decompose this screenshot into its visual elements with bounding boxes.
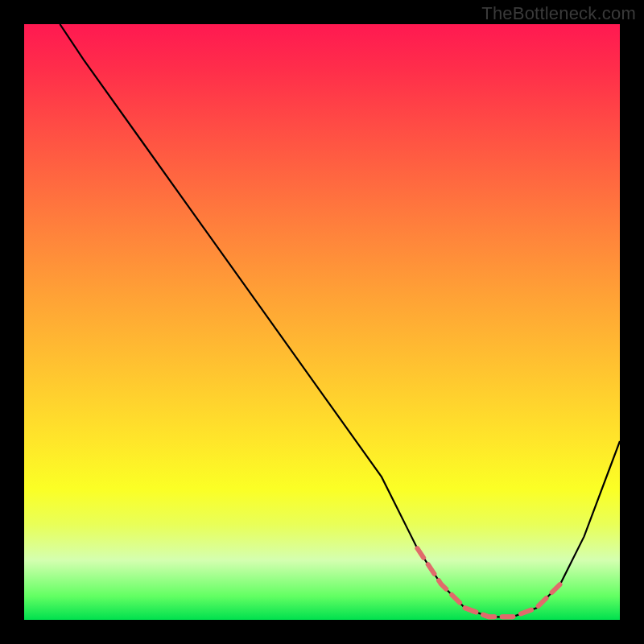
- plot-area: [24, 24, 620, 620]
- valley-dash-right: [465, 584, 560, 617]
- bottleneck-curve: [24, 24, 620, 620]
- curve-path: [60, 24, 620, 617]
- chart-frame: TheBottleneck.com: [0, 0, 644, 644]
- watermark-text: TheBottleneck.com: [481, 3, 636, 24]
